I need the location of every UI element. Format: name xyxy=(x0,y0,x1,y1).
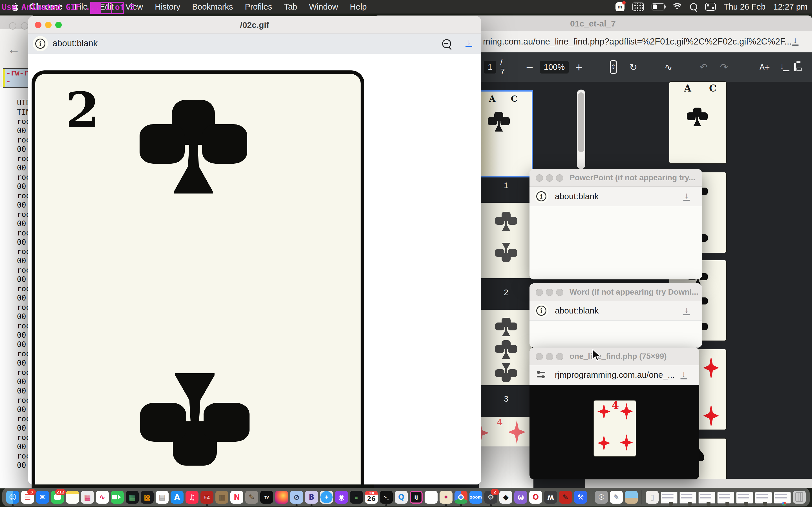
popup-url-text[interactable]: about:blank xyxy=(555,191,599,201)
popup-url-text[interactable]: about:blank xyxy=(555,306,599,316)
zoom-in-button[interactable]: + xyxy=(575,61,583,73)
fit-page-button[interactable]: ⇕ xyxy=(610,60,617,74)
popup-address-bar[interactable]: i about:blank xyxy=(529,187,702,206)
dock-item-minimized-window-4[interactable] xyxy=(717,492,734,504)
spotlight-search-icon[interactable] xyxy=(690,3,697,10)
inactive-zoom-button[interactable] xyxy=(556,353,563,360)
popup-titlebar[interactable]: PowerPoint (if not appearing try... xyxy=(529,169,702,187)
dock-item-music[interactable]: ♫ xyxy=(186,491,199,504)
dock-item-doc-pencil[interactable]: ✎ xyxy=(610,491,623,504)
dock-item-minimized-window-7[interactable] xyxy=(774,492,791,504)
dock-item-messages[interactable]: 212 xyxy=(51,491,64,504)
dock-item-blank-doc[interactable] xyxy=(424,491,438,504)
page-number-input[interactable]: 1 xyxy=(484,61,496,73)
control-center-icon[interactable] xyxy=(705,3,716,11)
dock-item-minimized-window-6[interactable] xyxy=(755,492,772,504)
dock-item-reminders[interactable]: ☰3 xyxy=(21,491,34,504)
dock-item-calendar[interactable]: FEB26 xyxy=(365,491,378,504)
pdf-thumbnail-page-2[interactable] xyxy=(481,203,532,278)
dock-item-freeform[interactable]: ∿ xyxy=(96,491,109,504)
menu-bookmarks[interactable]: Bookmarks xyxy=(192,2,233,11)
menu-help[interactable]: Help xyxy=(350,2,367,11)
print-button[interactable] xyxy=(794,63,796,71)
popup-url-text[interactable]: rjmprogramming.com.au/one_... xyxy=(555,370,675,380)
download-icon[interactable] xyxy=(679,371,688,379)
redo-button[interactable]: ↷ xyxy=(720,61,728,73)
download-icon[interactable] xyxy=(682,307,691,315)
site-info-icon[interactable]: i xyxy=(535,189,548,203)
inactive-close-button[interactable] xyxy=(536,174,543,182)
dock-item-archive-jar[interactable]: ▯ xyxy=(646,491,659,504)
dock-item-intellij[interactable]: IJ xyxy=(410,491,423,504)
inactive-traffic-light[interactable] xyxy=(21,22,28,30)
dock-item-hammer-app[interactable]: ⚒ xyxy=(574,491,587,504)
dock-item-settings[interactable]: ⚙2 xyxy=(485,491,497,504)
popup-titlebar[interactable]: Word (if not appearing try Downl... xyxy=(529,283,702,301)
dock-item-cat-app[interactable]: ω xyxy=(514,491,527,504)
page-1-label[interactable]: 1 xyxy=(479,181,533,190)
annotate-pen-button[interactable]: ∿ xyxy=(664,61,672,73)
dock-item-minimized-window-2[interactable] xyxy=(679,492,696,504)
inactive-close-button[interactable] xyxy=(536,353,543,360)
page-3-label[interactable]: 3 xyxy=(479,394,533,404)
popup-address-bar[interactable]: i about:blank xyxy=(529,301,702,321)
zoom-out-button[interactable]: − xyxy=(525,61,534,73)
dock-item-desktop-photo[interactable] xyxy=(625,491,638,504)
dock-item-calculator[interactable]: ▩ xyxy=(141,491,154,504)
window-titlebar[interactable]: /02c.gif xyxy=(28,16,481,34)
url-text[interactable]: about:blank xyxy=(52,38,98,48)
dock-item-gimp[interactable]: ✎ xyxy=(245,491,258,504)
inactive-minimize-button[interactable] xyxy=(546,289,553,296)
popup-address-bar[interactable]: rjmprogramming.com.au/one_... xyxy=(529,365,699,385)
site-settings-icon[interactable] xyxy=(537,371,545,378)
dock-item-art-palette[interactable]: ✦ xyxy=(440,491,453,504)
dock-item-minimized-window-3[interactable] xyxy=(698,492,715,504)
dock-item-mail[interactable]: ✉ xyxy=(36,491,49,504)
dock-item-launchpad[interactable]: ▦ xyxy=(81,491,94,504)
chat-app-status-icon[interactable]: m xyxy=(615,2,624,11)
dock-item-chrome[interactable] xyxy=(455,491,467,504)
battery-icon[interactable] xyxy=(652,3,665,10)
inactive-minimize-button[interactable] xyxy=(546,174,553,182)
dock-item-utility-dark[interactable]: ▦ xyxy=(126,491,139,504)
undo-button[interactable]: ↶ xyxy=(700,61,708,73)
more-options-button[interactable]: ⋮ xyxy=(808,61,812,73)
dock-item-facetime[interactable] xyxy=(111,491,124,504)
dock-item-zoom[interactable]: zoom xyxy=(469,491,483,504)
dock-item-minimized-window-1[interactable] xyxy=(661,492,677,504)
dock-item-block-app[interactable]: ⊘ xyxy=(290,491,303,504)
menu-tab[interactable]: Tab xyxy=(284,2,297,11)
inactive-zoom-button[interactable] xyxy=(556,174,563,182)
menu-time[interactable]: 12:27 pm xyxy=(773,2,808,11)
zoom-level-input[interactable]: 100% xyxy=(540,61,569,73)
dock-item-opera[interactable]: O xyxy=(529,491,542,504)
download-button[interactable] xyxy=(465,39,473,47)
dock-item-accessibility[interactable]: ☉ xyxy=(595,491,608,504)
page-2-label[interactable]: 2 xyxy=(479,288,533,297)
dock-item-notes[interactable] xyxy=(66,491,79,504)
dock-item-news[interactable]: N xyxy=(231,491,243,504)
rotate-button[interactable]: ↻ xyxy=(629,61,638,73)
wifi-icon[interactable] xyxy=(672,3,682,10)
dock-item-firefox[interactable] xyxy=(275,491,288,504)
dock-item-textedit[interactable]: ▤ xyxy=(156,491,168,504)
zoom-out-icon[interactable] xyxy=(442,39,451,48)
popup-titlebar[interactable]: one_line_find.php (75×99) xyxy=(529,348,699,365)
dock-item-trash[interactable] xyxy=(793,491,806,504)
dock-item-minimized-window-5[interactable] xyxy=(736,492,753,504)
pdf-thumbnail-page-3[interactable] xyxy=(481,310,532,385)
back-arrow-icon[interactable]: ← xyxy=(7,41,20,57)
dock-item-tooth-app[interactable]: ʍ xyxy=(544,491,557,504)
dock-item-quicktime[interactable]: Q xyxy=(395,491,408,504)
dock-item-bbedit[interactable]: B xyxy=(305,491,318,504)
inactive-close-button[interactable] xyxy=(536,289,543,296)
dock-item-app-store[interactable]: A xyxy=(170,491,184,504)
pdf-scrollbar[interactable] xyxy=(577,90,585,169)
pdf-thumbnail-page-1[interactable]: A C xyxy=(481,92,532,176)
dock-item-terminal[interactable]: >_ xyxy=(380,491,393,504)
menu-history[interactable]: History xyxy=(155,2,180,11)
dock-item-finder[interactable]: ☺ xyxy=(6,491,19,504)
add-annotation-button[interactable]: A+ xyxy=(760,63,770,71)
site-info-icon[interactable]: i xyxy=(33,36,48,51)
menu-profiles[interactable]: Profiles xyxy=(245,2,272,11)
